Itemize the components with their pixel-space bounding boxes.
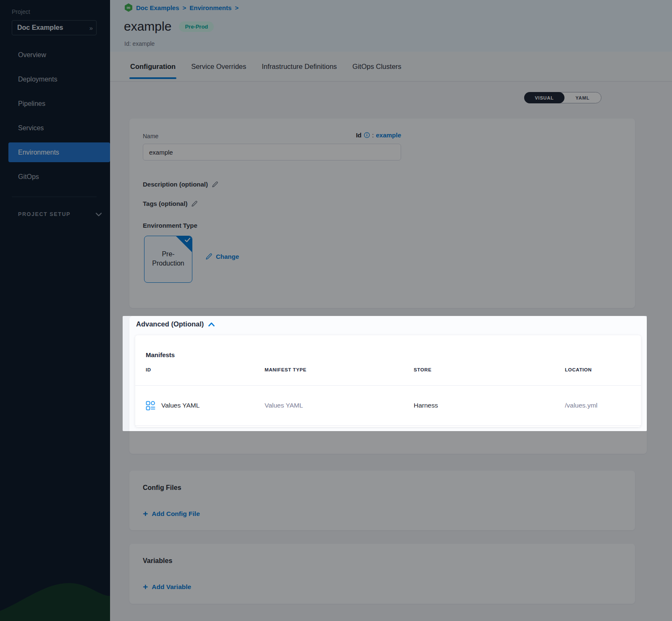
sidebar-nav: Overview Deployments Pipelines Services … <box>0 45 110 191</box>
sidebar: Project Doc Examples » Overview Deployme… <box>0 0 110 621</box>
sidebar-item-services[interactable]: Services <box>0 118 110 138</box>
variables-heading: Variables <box>143 557 172 565</box>
col-location: LOCATION <box>565 367 630 372</box>
manifest-table-row[interactable]: Values YAML Values YAML Harness /values.… <box>135 386 641 425</box>
breadcrumb: ∞ Doc Examples > Environments > <box>124 3 239 12</box>
sidebar-divider <box>12 197 97 197</box>
harness-project-icon: ∞ <box>124 3 133 12</box>
environment-configuration-page: Project Doc Examples » Overview Deployme… <box>0 0 672 621</box>
project-selector[interactable]: Doc Examples » <box>12 20 97 35</box>
id-row: Id : example <box>143 132 401 139</box>
expand-project-icon[interactable]: » <box>89 24 92 32</box>
config-files-heading: Config Files <box>143 484 181 492</box>
description-edit[interactable]: Description (optional) <box>143 181 218 188</box>
manifest-store: Harness <box>414 402 565 409</box>
toggle-yaml[interactable]: YAML <box>564 92 601 103</box>
plus-icon: + <box>143 582 148 591</box>
tags-edit[interactable]: Tags (optional) <box>143 200 198 207</box>
pencil-icon <box>205 253 213 260</box>
sidebar-item-environments[interactable]: Environments <box>8 142 110 162</box>
tab-configuration[interactable]: Configuration <box>130 52 176 81</box>
pencil-icon[interactable] <box>191 200 198 207</box>
add-variable-button[interactable]: + Add Variable <box>143 582 191 591</box>
manifests-heading: Manifests <box>146 351 175 358</box>
table-divider <box>135 425 641 426</box>
project-setup-toggle[interactable]: PROJECT SETUP <box>18 211 102 217</box>
project-setup-label: PROJECT SETUP <box>18 211 71 217</box>
visual-yaml-toggle[interactable]: VISUAL YAML <box>524 92 601 103</box>
id-colon: : <box>372 132 374 139</box>
breadcrumb-project[interactable]: Doc Examples <box>136 4 179 11</box>
advanced-section-card: Advanced (Optional) Manifests ID MANIFES… <box>129 316 647 454</box>
project-label: Project <box>12 8 30 15</box>
tab-bar: Configuration Service Overrides Infrastr… <box>110 52 672 82</box>
id-label: Id <box>356 132 361 139</box>
col-store: STORE <box>414 367 565 372</box>
chevron-down-icon <box>96 213 102 216</box>
environment-details-card: Name Id : example Description (optional)… <box>129 118 635 308</box>
environment-type-tile-preprod[interactable]: Pre- Production <box>144 236 192 283</box>
page-title: example <box>124 19 171 34</box>
sidebar-item-deployments[interactable]: Deployments <box>0 69 110 89</box>
plus-icon: + <box>143 509 148 518</box>
manifest-location: /values.yml <box>565 402 630 409</box>
breadcrumb-separator-icon: > <box>183 4 186 11</box>
manifest-type: Values YAML <box>265 402 414 409</box>
sidebar-decorative-wave <box>0 571 110 621</box>
manifest-values-icon <box>146 401 155 410</box>
name-input[interactable] <box>143 144 401 161</box>
env-type-tile-text: Pre- Production <box>144 250 192 268</box>
content-area: VISUAL YAML Name Id : example Descriptio… <box>110 82 672 621</box>
environment-type-label: Environment Type <box>143 222 197 229</box>
toggle-visual[interactable]: VISUAL <box>524 92 564 103</box>
breadcrumb-separator-icon: > <box>235 4 239 11</box>
change-label: Change <box>216 253 239 260</box>
manifests-table-header: ID MANIFEST TYPE STORE LOCATION <box>135 362 641 377</box>
id-value-link[interactable]: example <box>376 132 401 139</box>
tab-infrastructure-definitions[interactable]: Infrastructure Definitions <box>262 52 337 81</box>
col-id: ID <box>146 367 265 372</box>
variables-card: Variables + Add Variable <box>129 544 635 604</box>
check-icon <box>185 238 190 242</box>
env-type-badge: Pre-Prod <box>179 21 214 32</box>
change-env-type-button[interactable]: Change <box>205 253 239 260</box>
sidebar-item-pipelines[interactable]: Pipelines <box>0 94 110 113</box>
chevron-up-icon[interactable] <box>208 322 215 326</box>
config-files-card: Config Files + Add Config File <box>129 471 635 530</box>
tab-gitops-clusters[interactable]: GitOps Clusters <box>352 52 401 81</box>
pencil-icon[interactable] <box>212 181 218 188</box>
entity-id: Id: example <box>124 40 155 47</box>
sidebar-item-gitops[interactable]: GitOps <box>0 167 110 187</box>
col-manifest-type: MANIFEST TYPE <box>265 367 414 372</box>
tab-service-overrides[interactable]: Service Overrides <box>191 52 246 81</box>
sidebar-item-overview[interactable]: Overview <box>0 45 110 65</box>
manifest-id: Values YAML <box>161 402 200 409</box>
breadcrumb-environments[interactable]: Environments <box>189 4 231 11</box>
info-icon[interactable] <box>364 132 370 138</box>
add-config-file-button[interactable]: + Add Config File <box>143 509 200 518</box>
advanced-title: Advanced (Optional) <box>136 320 204 328</box>
page-header: ∞ Doc Examples > Environments > example … <box>110 0 672 52</box>
advanced-accordion-header[interactable]: Advanced (Optional) <box>136 320 215 328</box>
manifests-panel: Manifests ID MANIFEST TYPE STORE LOCATIO… <box>135 335 641 427</box>
tags-label: Tags (optional) <box>143 200 187 207</box>
project-name: Doc Examples <box>17 24 89 32</box>
description-label: Description (optional) <box>143 181 208 188</box>
